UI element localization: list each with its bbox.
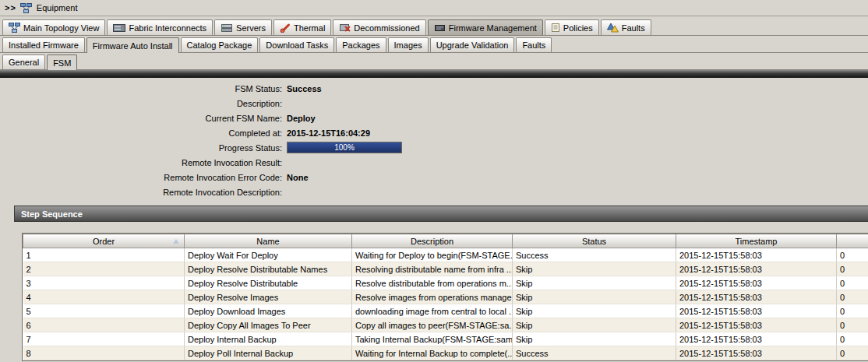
- cell-timestamp: 2015-12-15T15:58:03: [676, 248, 837, 262]
- tab-firmware-management[interactable]: Firmware Management: [428, 19, 543, 35]
- column-header-order[interactable]: Order: [23, 234, 185, 248]
- field-label: Remote Invocation Error Code:: [0, 173, 287, 182]
- cell-timestamp: 2015-12-15T15:58:03: [676, 332, 837, 346]
- tab-catalog-package[interactable]: Catalog Package: [181, 37, 259, 52]
- tab-label: Packages: [342, 40, 379, 50]
- tab-packages[interactable]: Packages: [336, 37, 386, 52]
- tab-upgrade-validation[interactable]: Upgrade Validation: [430, 37, 515, 52]
- field-value: 2015-12-15T16:04:29: [287, 128, 370, 138]
- field-label: Current FSM Name:: [0, 114, 287, 123]
- column-header-label: Description: [411, 237, 453, 246]
- cell-col-6: 0: [837, 346, 868, 360]
- cell-status: Skip: [513, 318, 676, 332]
- step-row[interactable]: 1Deploy Wait For DeployWaiting for Deplo…: [23, 248, 868, 262]
- cell-order: 5: [23, 304, 185, 318]
- cell-status: Skip: [513, 276, 676, 290]
- tab-label: Installed Firmware: [9, 40, 79, 50]
- fsm-field-description: Description:: [0, 96, 868, 111]
- field-label: Remote Invocation Description:: [0, 188, 287, 197]
- step-row[interactable]: 6Deploy Copy All Images To PeerCopy all …: [23, 318, 868, 332]
- decommissioned-icon: [339, 23, 351, 33]
- step-row[interactable]: 2Deploy Resolve Distributable NamesResol…: [23, 262, 868, 276]
- main-tab-bar: Main Topology ViewFabric InterconnectsSe…: [0, 16, 868, 36]
- tab-label: Fabric Interconnects: [129, 23, 206, 33]
- cell-timestamp: 2015-12-15T15:58:03: [676, 346, 837, 360]
- thermal-icon: [280, 23, 291, 33]
- tab-fabric-interconnects[interactable]: Fabric Interconnects: [107, 19, 213, 35]
- field-value: Deploy: [287, 114, 316, 123]
- tab-fsm[interactable]: FSM: [47, 54, 77, 70]
- tab-thermal[interactable]: Thermal: [273, 19, 331, 35]
- cell-name: Deploy Poll Internal Backup: [185, 346, 352, 360]
- column-header-status[interactable]: Status: [513, 234, 676, 248]
- cell-col-6: 0: [837, 262, 868, 276]
- cell-order: 4: [23, 290, 185, 304]
- servers-icon: [221, 23, 233, 33]
- step-sequence-table-container: OrderNameDescriptionStatusTimestamp 1Dep…: [22, 233, 868, 361]
- field-value: None: [287, 173, 309, 182]
- field-label: FSM Status:: [0, 84, 287, 93]
- inner-tab-bar: GeneralFSM: [0, 53, 868, 70]
- cell-order: 8: [23, 346, 185, 360]
- cell-order: 6: [23, 318, 185, 332]
- tab-general[interactable]: General: [2, 54, 45, 69]
- cell-timestamp: 2015-12-15T15:58:03: [676, 262, 837, 276]
- section-divider: [0, 70, 868, 78]
- tab-policies[interactable]: Policies: [545, 19, 599, 35]
- topology-icon: [9, 23, 20, 33]
- cell-timestamp: 2015-12-15T15:58:03: [676, 318, 837, 332]
- tab-label: Main Topology View: [23, 23, 99, 33]
- tab-servers[interactable]: Servers: [214, 19, 272, 35]
- cell-col-6: 0: [837, 276, 868, 290]
- tab-images[interactable]: Images: [388, 37, 429, 52]
- table-header-row: OrderNameDescriptionStatusTimestamp: [23, 234, 868, 248]
- tab-installed-firmware[interactable]: Installed Firmware: [2, 37, 85, 52]
- tab-main-topology-view[interactable]: Main Topology View: [2, 19, 105, 35]
- cell-description: Copy all images to peer(FSM-STAGE:sa...: [352, 318, 513, 332]
- column-header-name[interactable]: Name: [185, 234, 352, 248]
- cell-description: downloading image from central to local …: [352, 304, 513, 318]
- column-header-timestamp[interactable]: Timestamp: [676, 234, 837, 248]
- column-header-label: Name: [256, 237, 279, 246]
- cell-col-6: 0: [837, 332, 868, 346]
- fsm-field-current-fsm-name: Current FSM Name:Deploy: [0, 111, 868, 125]
- tab-label: Download Tasks: [266, 40, 328, 50]
- breadcrumb-label[interactable]: Equipment: [36, 3, 78, 12]
- column-header-col-6[interactable]: [837, 234, 868, 248]
- step-sequence-title: Step Sequence: [21, 209, 83, 219]
- step-row[interactable]: 5Deploy Download Imagesdownloading image…: [23, 304, 868, 318]
- sort-ascending-icon: [173, 239, 179, 244]
- cell-description: Resolve distributable from operations m.…: [352, 276, 513, 290]
- step-row[interactable]: 8Deploy Poll Internal BackupWaiting for …: [23, 346, 868, 360]
- tab-faults[interactable]: Faults: [601, 19, 651, 35]
- field-label: Completed at:: [0, 128, 287, 138]
- cell-status: Success: [513, 248, 676, 262]
- breadcrumb-chevrons: >>: [5, 3, 16, 12]
- tab-decommissioned[interactable]: Decommissioned: [333, 19, 425, 35]
- cell-order: 7: [23, 332, 185, 346]
- cell-order: 2: [23, 262, 185, 276]
- column-header-label: Order: [93, 237, 115, 246]
- cell-name: Deploy Internal Backup: [185, 332, 352, 346]
- tab-faults[interactable]: Faults: [516, 37, 552, 52]
- progress-label: 100%: [288, 142, 401, 153]
- cell-col-6: 0: [837, 318, 868, 332]
- tab-download-tasks[interactable]: Download Tasks: [259, 37, 334, 52]
- column-header-label: Status: [582, 237, 606, 246]
- cell-description: Waiting for Deploy to begin(FSM-STAGE...: [352, 248, 513, 262]
- cell-status: Skip: [513, 262, 676, 276]
- step-row[interactable]: 4Deploy Resolve ImagesResolve images fro…: [23, 290, 868, 304]
- column-header-description[interactable]: Description: [352, 234, 513, 248]
- progress-bar: 100%: [287, 142, 402, 153]
- cell-description: Taking Internal Backup(FSM-STAGE:sam...: [352, 332, 513, 346]
- cell-timestamp: 2015-12-15T15:58:03: [676, 304, 837, 318]
- tab-label: Thermal: [294, 23, 325, 33]
- tab-label: Decommissioned: [354, 23, 419, 33]
- step-row[interactable]: 7Deploy Internal BackupTaking Internal B…: [23, 332, 868, 346]
- cell-order: 3: [23, 276, 185, 290]
- sub-tab-bar: Installed FirmwareFirmware Auto InstallC…: [0, 36, 868, 53]
- step-row[interactable]: 3Deploy Resolve DistributableResolve dis…: [23, 276, 868, 290]
- equipment-icon: [20, 3, 32, 13]
- tab-firmware-auto-install[interactable]: Firmware Auto Install: [86, 37, 179, 53]
- cell-name: Deploy Resolve Distributable Names: [185, 262, 352, 276]
